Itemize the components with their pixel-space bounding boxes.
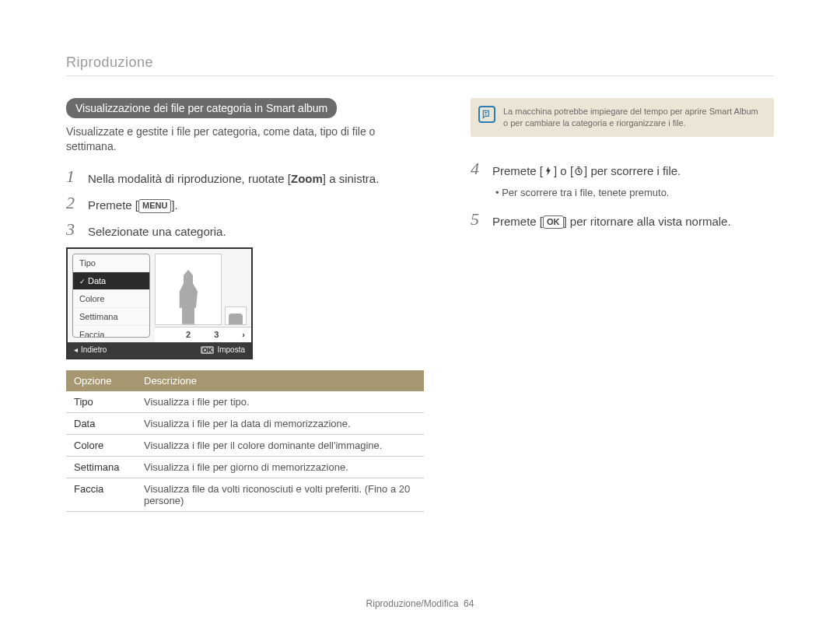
step4-sub: Per scorrere tra i file, tenete premuto. [495, 187, 774, 198]
flash-icon [543, 166, 554, 177]
step-2: 2 Premete [MENU]. [66, 194, 424, 213]
ok-icon: OK [201, 346, 215, 354]
step5-pre: Premete [ [492, 215, 543, 228]
section-heading: Visualizzazione dei file per categoria i… [66, 98, 337, 118]
col-descrizione: Descrizione [136, 370, 424, 391]
back-arrow-icon: ◂ [74, 345, 78, 354]
note-icon [478, 106, 495, 123]
menu-item-faccia: Faccia [73, 326, 149, 338]
step2-pre: Premete [ [88, 198, 138, 212]
step-number: 2 [66, 194, 80, 212]
step4-post: ] per scorrere i file. [584, 164, 681, 177]
thumb-small [225, 306, 247, 325]
menu-item-settimana: Settimana [73, 308, 149, 326]
pager-next-icon: › [242, 330, 245, 339]
col-opzione: Opzione [66, 370, 136, 391]
table-row: ColoreVisualizza i file per il colore do… [66, 434, 424, 456]
table-row: FacciaVisualizza file da volti riconosci… [66, 478, 424, 511]
step1-post: ] a sinistra. [323, 172, 380, 185]
menu-item-colore: Colore [73, 290, 149, 308]
menu-button-icon: MENU [138, 199, 171, 212]
ok-button-icon: OK [543, 215, 564, 229]
step-1: 1 Nella modalità di riproduzione, ruotat… [66, 168, 424, 187]
step4-pre: Premete [ [492, 164, 543, 177]
note-text: La macchina potrebbe impiegare del tempo… [503, 107, 758, 128]
step-number: 4 [471, 160, 485, 177]
step1-pre: Nella modalità di riproduzione, ruotate … [88, 172, 291, 185]
table-row: DataVisualizza i file per la data di mem… [66, 412, 424, 434]
screen-footer: ◂ Indietro OK Imposta [68, 342, 251, 358]
page-2: 2 [186, 330, 191, 339]
note-box: La macchina potrebbe impiegare del tempo… [471, 98, 774, 137]
pager: 2 3 › [155, 327, 251, 342]
menu-item-data: Data [73, 272, 149, 290]
step-number: 5 [471, 211, 485, 228]
step5-post: ] per ritornare alla vista normale. [564, 215, 731, 228]
intro-text: Visualizzate e gestite i file per catego… [66, 124, 424, 154]
set-label: Imposta [217, 345, 245, 354]
table-row: SettimanaVisualizza i file per giorno di… [66, 456, 424, 478]
step2-post: ]. [171, 198, 177, 212]
timer-icon [573, 166, 584, 177]
step-3: 3 Selezionate una categoria. [66, 221, 424, 240]
left-column: Visualizzazione dei file per categoria i… [66, 98, 424, 512]
footer-page: 64 [464, 598, 474, 609]
table-row: TipoVisualizza i file per tipo. [66, 391, 424, 413]
camera-screen-mock: Tipo Data Colore Settimana Faccia 2 [66, 247, 253, 359]
footer-section: Riproduzione/Modifica [366, 598, 459, 609]
step3-text: Selezionate una categoria. [88, 221, 226, 240]
thumb-preview [155, 254, 222, 325]
right-column: La macchina potrebbe impiegare del tempo… [471, 98, 774, 512]
step4-mid: ] o [ [554, 164, 573, 177]
page-3: 3 [214, 330, 219, 339]
options-table: Opzione Descrizione TipoVisualizza i fil… [66, 370, 424, 512]
step-4: 4 Premete [] o [] per scorrere i file. [471, 160, 774, 179]
breadcrumb: Riproduzione [66, 54, 774, 76]
page-footer: Riproduzione/Modifica 64 [0, 598, 840, 609]
category-menu: Tipo Data Colore Settimana Faccia [72, 254, 150, 338]
step-5: 5 Premete [OK] per ritornare alla vista … [471, 211, 774, 229]
step-number: 1 [66, 168, 80, 185]
step-number: 3 [66, 221, 80, 238]
step1-bold: Zoom [291, 172, 323, 185]
menu-item-tipo: Tipo [73, 254, 149, 272]
back-label: Indietro [81, 345, 107, 354]
